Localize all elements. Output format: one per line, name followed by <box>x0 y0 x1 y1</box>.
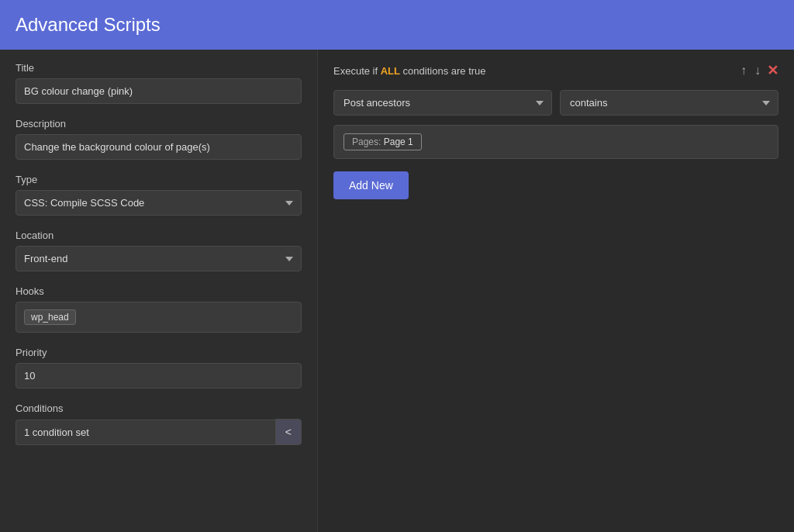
chevron-left-icon: < <box>285 426 292 438</box>
conditions-expand-button[interactable]: < <box>275 419 302 445</box>
description-field-group: Description <box>16 118 302 160</box>
execute-prefix: Execute if <box>333 65 381 77</box>
title-input[interactable] <box>16 78 302 104</box>
delete-condition-button[interactable]: ✕ <box>767 62 778 79</box>
priority-label: Priority <box>16 347 302 358</box>
conditions-label: Conditions <box>16 402 302 414</box>
condition-operator-select[interactable]: contains <box>560 90 778 116</box>
move-down-button[interactable]: ↓ <box>753 62 762 79</box>
hooks-tag: wp_head <box>24 309 76 325</box>
all-highlight: ALL <box>381 65 400 77</box>
description-input[interactable] <box>16 134 302 160</box>
type-select[interactable]: CSS: Compile SCSS Code <box>16 190 302 216</box>
type-field-group: Type CSS: Compile SCSS Code <box>16 174 302 216</box>
type-label: Type <box>16 174 302 185</box>
page-value: Page 1 <box>384 136 413 147</box>
arrow-up-icon: ↑ <box>740 64 747 78</box>
hooks-field-group: Hooks wp_head <box>16 285 302 333</box>
pages-label: Pages: <box>352 136 381 147</box>
hooks-container: wp_head <box>16 302 302 333</box>
condition-type-select[interactable]: Post ancestors <box>333 90 552 116</box>
title-field-group: Title <box>16 62 302 104</box>
app-title: Advanced Scripts <box>16 14 161 36</box>
execute-actions: ↑ ↓ ✕ <box>739 62 778 79</box>
conditions-row: < <box>16 419 302 445</box>
pages-container: Pages: Page 1 <box>333 125 778 159</box>
main-content: Title Description Type CSS: Compile SCSS… <box>0 50 794 532</box>
execute-text: Execute if ALL conditions are true <box>333 65 486 77</box>
execute-suffix: conditions are true <box>400 65 486 77</box>
hooks-label: Hooks <box>16 285 302 297</box>
execute-header: Execute if ALL conditions are true ↑ ↓ ✕ <box>333 62 778 79</box>
close-icon: ✕ <box>767 63 778 78</box>
page-badge: Pages: Page 1 <box>343 133 422 150</box>
title-label: Title <box>16 62 302 74</box>
location-field-group: Location Front-end <box>16 230 302 271</box>
priority-field-group: Priority <box>16 347 302 389</box>
left-panel: Title Description Type CSS: Compile SCSS… <box>0 50 318 532</box>
add-new-button[interactable]: Add New <box>333 171 409 199</box>
add-new-label: Add New <box>349 179 393 192</box>
conditions-field-group: Conditions < <box>16 402 302 445</box>
header: Advanced Scripts <box>0 0 794 50</box>
move-up-button[interactable]: ↑ <box>739 62 748 79</box>
arrow-down-icon: ↓ <box>754 64 761 78</box>
condition-row: Post ancestors contains <box>333 90 778 116</box>
priority-input[interactable] <box>16 363 302 389</box>
location-label: Location <box>16 230 302 241</box>
location-select[interactable]: Front-end <box>16 246 302 271</box>
conditions-input[interactable] <box>16 420 275 445</box>
description-label: Description <box>16 118 302 130</box>
right-panel: Execute if ALL conditions are true ↑ ↓ ✕… <box>318 50 794 532</box>
